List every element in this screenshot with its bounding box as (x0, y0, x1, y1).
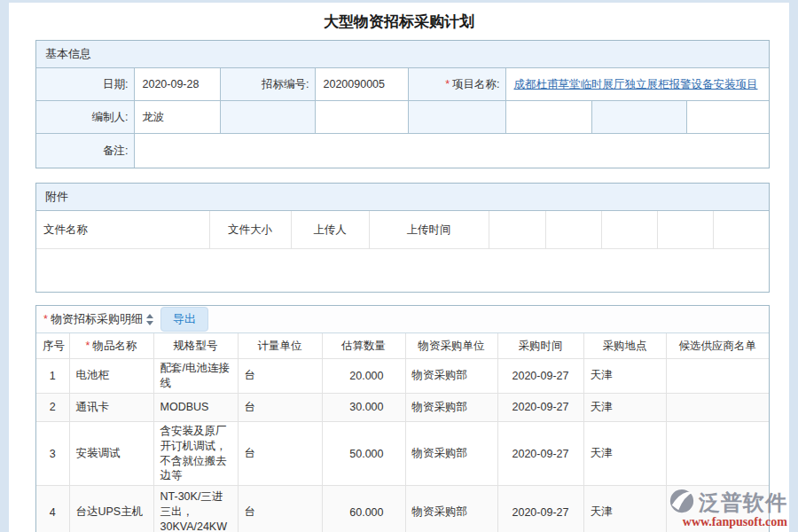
cell-place: 天津 (583, 486, 666, 532)
page-title: 大型物资招标采购计划 (9, 3, 789, 40)
cell-no: 1 (36, 359, 69, 394)
date-value: 2020-09-28 (134, 68, 220, 101)
cell-dept: 物资采购部 (405, 486, 497, 532)
detail-table: 序号 *物品名称 规格型号 计量单位 估算数量 物资采购单位 采购时间 采购地点… (36, 333, 769, 532)
attachment-col-empty (489, 211, 545, 249)
project-name-cell: 成都杜甫草堂临时展厅独立展柜报警设备安装项目 (505, 68, 769, 101)
required-marker-icon: * (445, 78, 450, 90)
cell-date: 2020-09-27 (497, 359, 583, 394)
cell-qty: 20.000 (322, 359, 405, 394)
col-suppliers: 候选供应商名单 (666, 333, 769, 359)
cell-unit: 台 (238, 393, 322, 421)
basic-info-row-remark: 备注: (36, 134, 769, 168)
cell-qty: 30.000 (322, 393, 405, 421)
sort-spinner-icon[interactable] (146, 314, 153, 325)
remark-value-cell (134, 134, 769, 168)
cell-suppliers (666, 486, 769, 532)
content-area: 大型物资招标采购计划 基本信息 日期: 2020-09-28 招标编号: 202… (9, 3, 789, 532)
empty-value-cell (315, 101, 408, 134)
basic-info-header: 基本信息 (36, 41, 769, 68)
col-no: 序号 (36, 333, 69, 359)
attachments-section: 附件 文件名称 文件大小 上传人 上传时间 (35, 183, 770, 293)
cell-item-name: 电池柜 (69, 359, 153, 394)
project-name-label: *项目名称: (408, 68, 505, 101)
empty-label-cell (591, 101, 686, 134)
attachment-col-empty (545, 211, 601, 249)
page: 大型物资招标采购计划 基本信息 日期: 2020-09-28 招标编号: 202… (0, 0, 798, 532)
empty-value-cell (686, 101, 769, 134)
attachments-empty-area (36, 249, 769, 292)
cell-item-name: 台达UPS主机 (69, 486, 153, 532)
basic-info-table: 日期: 2020-09-28 招标编号: 2020090005 *项目名称: 成… (36, 68, 769, 168)
cell-date: 2020-09-27 (497, 486, 583, 532)
cell-suppliers (666, 393, 769, 421)
attachment-col-empty (657, 211, 713, 249)
cell-spec: 含安装及原厂开订机调试，不含就位搬去边等 (153, 421, 238, 486)
cell-unit: 台 (238, 421, 322, 486)
cell-suppliers (666, 421, 769, 486)
cell-qty: 50.000 (322, 421, 405, 486)
remark-label: 备注: (36, 134, 134, 168)
col-item-name: *物品名称 (69, 333, 153, 359)
cell-dept: 物资采购部 (405, 393, 497, 421)
creator-label: 编制人: (36, 101, 134, 134)
cell-spec: MODBUS (153, 393, 238, 421)
empty-label-cell (220, 101, 315, 134)
basic-info-row-2: 编制人: 龙波 (36, 101, 769, 134)
attachment-col-uploader: 上传人 (291, 211, 369, 249)
attachment-col-uploadtime: 上传时间 (369, 211, 489, 249)
cell-item-name: 安装调试 (69, 421, 153, 486)
col-unit: 计量单位 (238, 333, 322, 359)
cell-spec: NT-30K/三进三出，30KVA/24KW (153, 486, 238, 532)
attachment-col-empty (601, 211, 657, 249)
detail-section-title: 物资招标采购明细 (51, 311, 143, 327)
table-row: 3 安装调试 含安装及原厂开订机调试，不含就位搬去边等 台 50.000 物资采… (36, 421, 769, 486)
cell-qty: 60.000 (322, 486, 405, 532)
empty-label-cell (408, 101, 505, 134)
bid-no-label: 招标编号: (220, 68, 315, 101)
creator-value: 龙波 (134, 101, 220, 134)
required-marker-icon: * (43, 313, 48, 325)
cell-no: 2 (36, 393, 69, 421)
bid-no-value: 2020090005 (315, 68, 408, 101)
cell-dept: 物资采购部 (405, 359, 497, 394)
attachments-header: 附件 (36, 184, 769, 211)
detail-section: * 物资招标采购明细 导出 序号 *物品名称 规格型号 计量单位 估算数量 物资… (35, 305, 770, 532)
cell-date: 2020-09-27 (497, 421, 583, 486)
cell-dept: 物资采购部 (405, 421, 497, 486)
col-spec: 规格型号 (153, 333, 238, 359)
cell-unit: 台 (238, 359, 322, 394)
cell-place: 天津 (583, 421, 666, 486)
detail-header-row: 序号 *物品名称 规格型号 计量单位 估算数量 物资采购单位 采购时间 采购地点… (36, 333, 769, 359)
basic-info-row-1: 日期: 2020-09-28 招标编号: 2020090005 *项目名称: 成… (36, 68, 769, 101)
basic-info-section: 基本信息 日期: 2020-09-28 招标编号: 2020090005 *项目… (35, 40, 770, 168)
cell-date: 2020-09-27 (497, 393, 583, 421)
attachments-header-row: 文件名称 文件大小 上传人 上传时间 (36, 211, 769, 249)
cell-spec: 配套/电池连接线 (153, 359, 238, 394)
attachment-col-empty (713, 211, 769, 249)
chevron-down-icon (146, 321, 153, 325)
cell-no: 3 (36, 421, 69, 486)
table-row: 1 电池柜 配套/电池连接线 台 20.000 物资采购部 2020-09-27… (36, 359, 769, 394)
cell-suppliers (666, 359, 769, 394)
table-row: 2 通讯卡 MODBUS 台 30.000 物资采购部 2020-09-27 天… (36, 393, 769, 421)
empty-value-cell (505, 101, 591, 134)
col-qty: 估算数量 (322, 333, 405, 359)
cell-unit: 台 (238, 486, 322, 532)
cell-place: 天津 (583, 359, 666, 394)
cell-no: 4 (36, 486, 69, 532)
attachments-table: 文件名称 文件大小 上传人 上传时间 (36, 211, 769, 249)
cell-place: 天津 (583, 393, 666, 421)
detail-caption: * 物资招标采购明细 导出 (36, 306, 769, 333)
required-marker-icon: * (86, 340, 90, 352)
chevron-up-icon (146, 314, 153, 318)
project-name-link[interactable]: 成都杜甫草堂临时展厅独立展柜报警设备安装项目 (514, 78, 758, 90)
attachment-col-filesize: 文件大小 (209, 211, 291, 249)
table-row: 4 台达UPS主机 NT-30K/三进三出，30KVA/24KW 台 60.00… (36, 486, 769, 532)
attachment-col-filename: 文件名称 (36, 211, 209, 249)
col-place: 采购地点 (583, 333, 666, 359)
col-dept: 物资采购单位 (405, 333, 497, 359)
export-button[interactable]: 导出 (160, 307, 208, 332)
col-date: 采购时间 (497, 333, 583, 359)
cell-item-name: 通讯卡 (69, 393, 153, 421)
